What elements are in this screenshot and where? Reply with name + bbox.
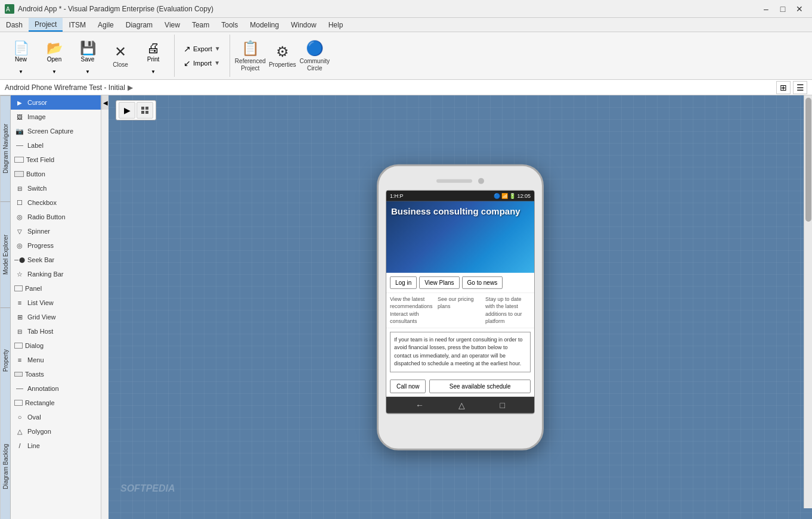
dialog-icon	[14, 343, 23, 349]
menu-help[interactable]: Help	[323, 18, 349, 32]
export-import-buttons: ↗ Export ▼ ↙ Import ▼	[179, 42, 225, 70]
maximize-button[interactable]: □	[775, 2, 791, 15]
diagram-view-button[interactable]: ⊞	[776, 81, 791, 94]
oval-icon: ○	[14, 413, 25, 421]
sidebar-item-label[interactable]: — Label	[11, 138, 101, 153]
phone-info-col-1: View the latest recommendations Interact…	[390, 295, 435, 325]
menu-itsm[interactable]: ITSM	[63, 18, 92, 32]
sidebar-item-panel[interactable]: Panel	[11, 281, 101, 296]
sidebar-item-progress[interactable]: ◎ Progress	[11, 238, 101, 253]
model-explorer-label[interactable]: Model Explorer	[0, 201, 10, 307]
sidebar-item-screen-capture[interactable]: 📷 Screen Capture	[11, 124, 101, 138]
sidebar-item-polygon[interactable]: △ Polygon	[11, 424, 101, 439]
close-button[interactable]: ✕	[792, 2, 807, 15]
new-button[interactable]: 📄 New ▼	[5, 36, 37, 76]
sidebar-collapse-button[interactable]: ◀	[101, 95, 109, 110]
sidebar-item-rectangle[interactable]: Rectangle	[11, 396, 101, 410]
window-controls: – □ ✕	[758, 2, 807, 15]
breadcrumb: Android Phone Wireframe Test - Initial	[5, 83, 125, 92]
phone-call-now-button[interactable]: Call now	[390, 380, 426, 393]
phone-battery-icon: 🔋	[509, 192, 516, 198]
menu-tools[interactable]: Tools	[215, 18, 244, 32]
sidebar-item-cursor[interactable]: ▶ Cursor	[11, 95, 101, 110]
phone-outer: 1:H:P 🔵 📶 🔋 12:05 Business consulting co…	[377, 164, 544, 450]
sidebar-item-switch[interactable]: ⊟ Switch	[11, 181, 101, 195]
sidebar-item-text-field[interactable]: Text Field	[11, 153, 101, 167]
sidebar-item-cursor-label: Cursor	[27, 99, 47, 106]
phone-schedule-button[interactable]: See available schedule	[429, 380, 531, 393]
sidebar-item-annotation[interactable]: — Annotation	[11, 381, 101, 396]
minimize-button[interactable]: –	[758, 2, 774, 15]
diagram-backlog-label[interactable]: Diagram Backlog	[0, 414, 10, 519]
sidebar-item-toasts[interactable]: Toasts	[11, 367, 101, 381]
breadcrumb-arrow: ▶	[128, 83, 133, 92]
canvas-expand-button[interactable]: ▶	[119, 102, 135, 119]
menu-bar: Dash Project ITSM Agile Diagram View Tea…	[0, 18, 812, 32]
polygon-icon: △	[14, 427, 25, 436]
properties-button[interactable]: ⚙ Properties	[267, 36, 298, 76]
sidebar-item-seek-bar[interactable]: ⬤ Seek Bar	[11, 253, 101, 267]
diagram-navigator-label[interactable]: Diagram Navigator	[0, 95, 10, 201]
menu-team[interactable]: Team	[186, 18, 215, 32]
sidebar-item-menu-label: Menu	[27, 356, 44, 363]
property-label[interactable]: Property	[0, 307, 10, 414]
menu-agile[interactable]: Agile	[92, 18, 120, 32]
referenced-project-button[interactable]: 📋 ReferencedProject	[235, 36, 266, 76]
phone-back-icon[interactable]: ←	[416, 400, 424, 410]
toasts-icon	[14, 372, 23, 377]
phone-home-icon[interactable]: △	[458, 400, 465, 410]
canvas-area[interactable]: ▶	[109, 95, 812, 519]
menu-modeling[interactable]: Modeling	[244, 18, 285, 32]
print-button[interactable]: 🖨 Print ▼	[137, 36, 169, 76]
phone-info-text-1: View the latest recommendations Interact…	[390, 295, 435, 325]
phone-login-button[interactable]: Log in	[390, 276, 417, 288]
phone-recents-icon[interactable]: □	[500, 400, 504, 410]
sidebar-item-toasts-label: Toasts	[25, 371, 44, 378]
phone-info-text-3: Stay up to date with the latest addition…	[485, 295, 531, 325]
phone-view-plans-button[interactable]: View Plans	[419, 276, 459, 288]
file-group: 📄 New ▼ 📂 Open ▼ 💾 Save ▼ ✕ Close	[5, 35, 175, 77]
list-view-button[interactable]: ☰	[793, 81, 807, 94]
sidebar-item-tab-host[interactable]: ⊟ Tab Host	[11, 324, 101, 338]
phone-actions: Log in View Plans Go to news	[386, 272, 534, 293]
menu-view[interactable]: View	[159, 18, 186, 32]
sidebar-item-dialog[interactable]: Dialog	[11, 338, 101, 353]
phone-wifi-icon: 🔵	[494, 192, 500, 198]
open-button[interactable]: 📂 Open ▼	[38, 36, 70, 76]
phone-info-col-3: Stay up to date with the latest addition…	[485, 295, 531, 325]
breadcrumb-actions: ⊞ ☰	[776, 81, 807, 94]
community-circle-button[interactable]: 🔵 CommunityCircle	[299, 36, 330, 76]
sidebar-item-grid-view[interactable]: ⊞ Grid View	[11, 310, 101, 324]
menu-dash[interactable]: Dash	[0, 18, 29, 32]
phone-go-to-news-button[interactable]: Go to news	[462, 276, 503, 288]
checkbox-icon: ☐	[14, 198, 25, 207]
sidebar-item-image[interactable]: Image	[11, 110, 101, 124]
phone-status-bar: 1:H:P 🔵 📶 🔋 12:05	[386, 190, 534, 201]
canvas-grid-button[interactable]	[137, 102, 153, 119]
sidebar-item-list-view[interactable]: ≡ List View	[11, 296, 101, 310]
close-button[interactable]: ✕ Close	[105, 36, 136, 76]
menu-window[interactable]: Window	[285, 18, 323, 32]
menu-diagram[interactable]: Diagram	[120, 18, 159, 32]
export-button[interactable]: ↗ Export ▼	[179, 42, 225, 55]
save-button[interactable]: 💾 Save ▼	[72, 36, 104, 76]
canvas-toolbar: ▶	[116, 100, 156, 120]
sidebar-item-ranking-bar[interactable]: ☆ Ranking Bar	[11, 267, 101, 281]
sidebar-item-radio-button[interactable]: ◎ Radio Button	[11, 210, 101, 224]
sidebar-item-line[interactable]: / Line	[11, 439, 101, 453]
sidebar-item-radio-button-label: Radio Button	[27, 213, 66, 220]
sidebar-item-spinner[interactable]: ▽ Spinner	[11, 224, 101, 238]
sidebar-item-menu[interactable]: ≡ Menu	[11, 353, 101, 367]
sidebar-item-checkbox[interactable]: ☐ Checkbox	[11, 195, 101, 210]
menu-project[interactable]: Project	[29, 18, 63, 32]
sidebar-item-grid-view-label: Grid View	[27, 313, 55, 321]
phone-screen: 1:H:P 🔵 📶 🔋 12:05 Business consulting co…	[386, 189, 535, 414]
export-import-group: ↗ Export ▼ ↙ Import ▼	[179, 35, 230, 77]
sidebar-item-annotation-label: Annotation	[27, 385, 59, 392]
sidebar-item-button[interactable]: Button	[11, 167, 101, 181]
rectangle-icon	[14, 400, 23, 406]
vertical-scrollbar[interactable]	[804, 95, 812, 508]
import-button[interactable]: ↙ Import ▼	[179, 57, 225, 70]
sidebar-item-oval[interactable]: ○ Oval	[11, 410, 101, 424]
progress-icon: ◎	[14, 241, 25, 250]
